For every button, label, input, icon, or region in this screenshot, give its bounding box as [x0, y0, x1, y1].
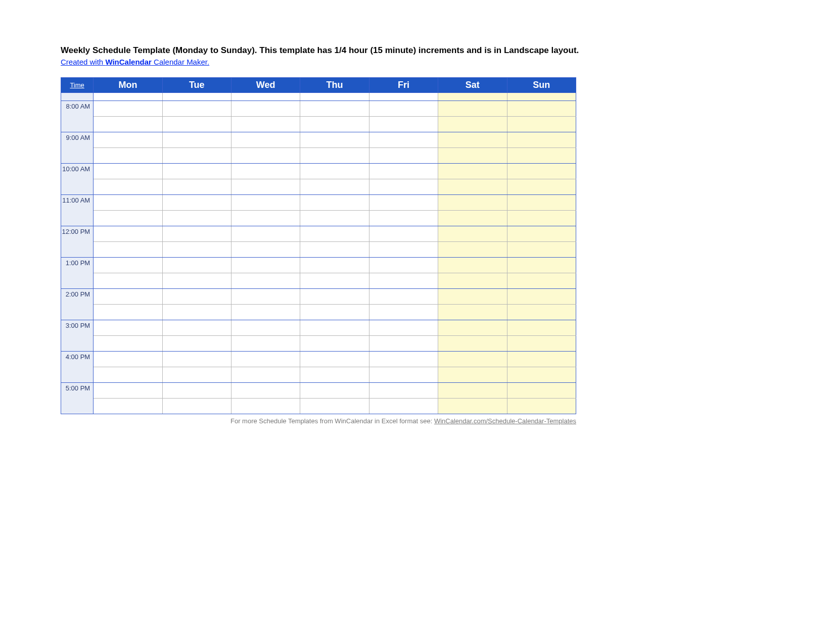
- schedule-cell[interactable]: [300, 336, 369, 352]
- schedule-cell[interactable]: [369, 101, 438, 117]
- schedule-cell[interactable]: [162, 132, 231, 148]
- schedule-cell[interactable]: [507, 164, 576, 179]
- schedule-cell[interactable]: [162, 273, 231, 289]
- schedule-cell[interactable]: [231, 352, 300, 367]
- schedule-cell[interactable]: [162, 164, 231, 179]
- schedule-cell[interactable]: [369, 226, 438, 242]
- schedule-cell[interactable]: [162, 148, 231, 164]
- schedule-cell[interactable]: [369, 367, 438, 383]
- schedule-cell[interactable]: [438, 117, 507, 132]
- schedule-cell[interactable]: [162, 226, 231, 242]
- schedule-cell[interactable]: [162, 320, 231, 336]
- schedule-cell[interactable]: [94, 117, 162, 132]
- schedule-cell[interactable]: [438, 383, 507, 399]
- schedule-cell[interactable]: [507, 399, 576, 414]
- schedule-cell[interactable]: [231, 148, 300, 164]
- schedule-cell[interactable]: [438, 226, 507, 242]
- schedule-cell[interactable]: [369, 242, 438, 258]
- schedule-cell[interactable]: [369, 117, 438, 132]
- schedule-cell[interactable]: [507, 179, 576, 195]
- schedule-cell[interactable]: [94, 305, 162, 320]
- schedule-cell[interactable]: [369, 399, 438, 414]
- schedule-cell[interactable]: [507, 258, 576, 273]
- schedule-cell[interactable]: [438, 352, 507, 367]
- schedule-cell[interactable]: [300, 148, 369, 164]
- schedule-cell[interactable]: [507, 148, 576, 164]
- schedule-cell[interactable]: [162, 195, 231, 211]
- schedule-cell[interactable]: [507, 367, 576, 383]
- schedule-cell[interactable]: [438, 336, 507, 352]
- schedule-cell[interactable]: [94, 148, 162, 164]
- schedule-cell[interactable]: [94, 289, 162, 305]
- schedule-cell[interactable]: [94, 195, 162, 211]
- schedule-cell[interactable]: [162, 383, 231, 399]
- schedule-cell[interactable]: [369, 164, 438, 179]
- schedule-cell[interactable]: [94, 320, 162, 336]
- schedule-cell[interactable]: [438, 305, 507, 320]
- schedule-cell[interactable]: [300, 399, 369, 414]
- schedule-cell[interactable]: [438, 195, 507, 211]
- schedule-cell[interactable]: [231, 117, 300, 132]
- schedule-cell[interactable]: [300, 258, 369, 273]
- schedule-cell[interactable]: [438, 211, 507, 226]
- schedule-cell[interactable]: [369, 305, 438, 320]
- schedule-cell[interactable]: [438, 148, 507, 164]
- schedule-cell[interactable]: [369, 148, 438, 164]
- schedule-cell[interactable]: [300, 320, 369, 336]
- schedule-cell[interactable]: [300, 289, 369, 305]
- schedule-cell[interactable]: [94, 242, 162, 258]
- schedule-cell[interactable]: [369, 383, 438, 399]
- schedule-cell[interactable]: [438, 320, 507, 336]
- schedule-cell[interactable]: [507, 195, 576, 211]
- schedule-cell[interactable]: [369, 273, 438, 289]
- schedule-cell[interactable]: [162, 258, 231, 273]
- schedule-cell[interactable]: [369, 195, 438, 211]
- schedule-cell[interactable]: [300, 101, 369, 117]
- schedule-cell[interactable]: [94, 164, 162, 179]
- schedule-cell[interactable]: [300, 383, 369, 399]
- schedule-cell[interactable]: [507, 273, 576, 289]
- schedule-cell[interactable]: [507, 336, 576, 352]
- schedule-cell[interactable]: [300, 195, 369, 211]
- schedule-cell[interactable]: [162, 117, 231, 132]
- schedule-cell[interactable]: [94, 273, 162, 289]
- schedule-cell[interactable]: [231, 211, 300, 226]
- schedule-cell[interactable]: [162, 305, 231, 320]
- schedule-cell[interactable]: [507, 226, 576, 242]
- schedule-cell[interactable]: [231, 195, 300, 211]
- schedule-cell[interactable]: [162, 101, 231, 117]
- schedule-cell[interactable]: [231, 132, 300, 148]
- schedule-cell[interactable]: [162, 399, 231, 414]
- schedule-cell[interactable]: [162, 336, 231, 352]
- schedule-cell[interactable]: [369, 352, 438, 367]
- schedule-cell[interactable]: [438, 179, 507, 195]
- schedule-cell[interactable]: [300, 273, 369, 289]
- schedule-cell[interactable]: [438, 273, 507, 289]
- schedule-cell[interactable]: [300, 352, 369, 367]
- schedule-cell[interactable]: [438, 289, 507, 305]
- schedule-cell[interactable]: [231, 164, 300, 179]
- schedule-cell[interactable]: [231, 383, 300, 399]
- schedule-cell[interactable]: [231, 226, 300, 242]
- schedule-cell[interactable]: [231, 289, 300, 305]
- schedule-cell[interactable]: [438, 399, 507, 414]
- schedule-cell[interactable]: [162, 179, 231, 195]
- schedule-cell[interactable]: [369, 336, 438, 352]
- schedule-cell[interactable]: [507, 242, 576, 258]
- schedule-cell[interactable]: [94, 101, 162, 117]
- schedule-cell[interactable]: [162, 367, 231, 383]
- schedule-cell[interactable]: [300, 226, 369, 242]
- schedule-cell[interactable]: [300, 305, 369, 320]
- subtitle-link[interactable]: Created with WinCalendar Calendar Maker.: [61, 58, 209, 66]
- schedule-cell[interactable]: [94, 132, 162, 148]
- schedule-cell[interactable]: [94, 258, 162, 273]
- schedule-cell[interactable]: [369, 179, 438, 195]
- schedule-cell[interactable]: [438, 242, 507, 258]
- schedule-cell[interactable]: [94, 211, 162, 226]
- schedule-cell[interactable]: [231, 367, 300, 383]
- schedule-cell[interactable]: [231, 242, 300, 258]
- schedule-cell[interactable]: [231, 179, 300, 195]
- schedule-cell[interactable]: [507, 211, 576, 226]
- schedule-cell[interactable]: [231, 305, 300, 320]
- schedule-cell[interactable]: [438, 164, 507, 179]
